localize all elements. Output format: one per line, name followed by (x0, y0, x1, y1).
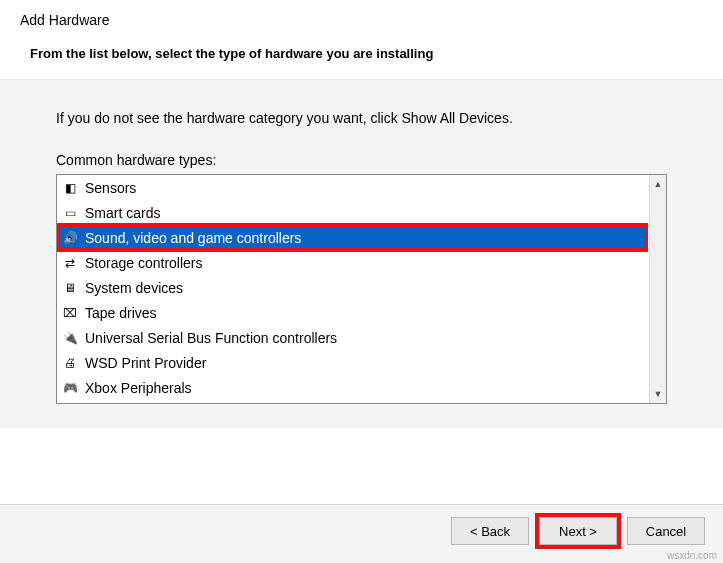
list-item[interactable]: 🖥System devices (57, 275, 648, 300)
list-item-label: Smart cards (85, 205, 160, 221)
list-item[interactable]: 🔊Sound, video and game controllers (57, 225, 648, 250)
list-item-label: Sound, video and game controllers (85, 230, 301, 246)
hardware-types-listbox[interactable]: ◧Sensors▭Smart cards🔊Sound, video and ga… (56, 174, 667, 404)
dialog-subtitle: From the list below, select the type of … (30, 46, 703, 61)
list-item[interactable]: 🔌Universal Serial Bus Function controlle… (57, 325, 648, 350)
list-item[interactable]: ⌧Tape drives (57, 300, 648, 325)
back-button[interactable]: < Back (451, 517, 529, 545)
list-item[interactable]: ▭Smart cards (57, 200, 648, 225)
wizard-footer: < Back Next > Cancel (0, 504, 723, 563)
next-button[interactable]: Next > (539, 517, 617, 545)
wsd-print-icon: 🖨 (61, 354, 79, 372)
wizard-content: If you do not see the hardware category … (0, 79, 723, 428)
cancel-button[interactable]: Cancel (627, 517, 705, 545)
tape-icon: ⌧ (61, 304, 79, 322)
scroll-down-button[interactable]: ▼ (650, 385, 666, 403)
list-item-label: Xbox Peripherals (85, 380, 192, 396)
dialog-title: Add Hardware (20, 12, 703, 28)
system-icon: 🖥 (61, 279, 79, 297)
xbox-icon: 🎮 (61, 379, 79, 397)
listbox-scrollbar[interactable]: ▲ ▼ (649, 175, 666, 403)
list-item[interactable]: 🎮Xbox Peripherals (57, 375, 648, 400)
list-item[interactable]: 🖨WSD Print Provider (57, 350, 648, 375)
list-item[interactable]: ⇄Storage controllers (57, 250, 648, 275)
list-item-label: Sensors (85, 180, 136, 196)
list-item-label: Tape drives (85, 305, 157, 321)
instruction-text: If you do not see the hardware category … (56, 110, 667, 126)
list-item-label: Universal Serial Bus Function controller… (85, 330, 337, 346)
list-item[interactable]: ◧Sensors (57, 175, 648, 200)
wizard-header: Add Hardware From the list below, select… (0, 0, 723, 79)
usb-icon: 🔌 (61, 329, 79, 347)
smart-cards-icon: ▭ (61, 204, 79, 222)
sensors-icon: ◧ (61, 179, 79, 197)
list-item-label: Storage controllers (85, 255, 203, 271)
list-item-label: WSD Print Provider (85, 355, 206, 371)
scroll-up-button[interactable]: ▲ (650, 175, 666, 193)
watermark: wsxdn.com (667, 550, 717, 561)
sound-icon: 🔊 (61, 229, 79, 247)
list-label: Common hardware types: (56, 152, 667, 168)
list-item-label: System devices (85, 280, 183, 296)
storage-icon: ⇄ (61, 254, 79, 272)
